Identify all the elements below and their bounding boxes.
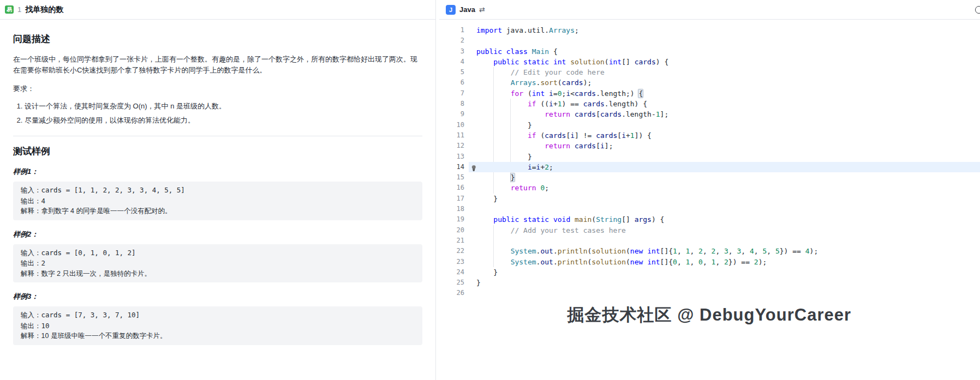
line-number: 24 — [439, 267, 464, 278]
code-line-row[interactable]: 6 Arrays.sort(cards); — [439, 77, 980, 88]
code-text: return 0; — [464, 183, 549, 193]
example-explain: 解释：10 是班级中唯一一个不重复的数字卡片。 — [21, 331, 415, 342]
example-label: 样例2： — [13, 230, 422, 239]
examples-container: 样例1：输入：cards = [1, 1, 2, 2, 3, 3, 4, 5, … — [13, 167, 422, 345]
code-line-row[interactable]: 24 } — [439, 267, 980, 278]
section-divider — [13, 136, 422, 136]
requirements-label: 要求： — [13, 83, 422, 94]
code-line-row[interactable]: 20 // Add your test cases here — [439, 225, 980, 236]
app-window: 易 1 找单独的数 问题描述 在一个班级中，每位同学都拿到了一张卡片，上面有一个… — [0, 0, 980, 380]
line-number: 11 — [439, 130, 464, 141]
line-number: 18 — [439, 204, 464, 214]
code-text: } — [464, 120, 532, 130]
code-text: } — [464, 172, 515, 183]
code-line-row[interactable]: 10 } — [439, 120, 980, 130]
code-line-row[interactable]: 26 — [439, 288, 980, 298]
example-explain: 解释：数字 2 只出现一次，是独特的卡片。 — [21, 269, 415, 280]
line-number: 22 — [439, 246, 464, 256]
problem-panel: 易 1 找单独的数 问题描述 在一个班级中，每位同学都拿到了一张卡片，上面有一个… — [0, 0, 436, 380]
code-text: } — [464, 152, 532, 162]
line-number: 16 — [439, 183, 464, 193]
code-line-row[interactable]: 23 System.out.println(solution(new int[]… — [439, 257, 980, 267]
code-text: i=i+2; — [464, 162, 553, 172]
line-number: 10 — [439, 120, 464, 130]
requirements-list: 设计一个算法，使其时间复杂度为 O(n)，其中 n 是班级的人数。尽量减少额外空… — [13, 101, 422, 126]
code-line-row[interactable]: 5 // Edit your code here — [439, 67, 980, 77]
line-number: 14 — [439, 162, 464, 172]
code-text: if ((i+1) == cards.length) { — [464, 99, 647, 109]
code-line-row[interactable]: 16 return 0; — [439, 183, 980, 193]
code-line-row[interactable]: 17 } — [439, 194, 980, 204]
code-text: public class Main { — [464, 46, 558, 57]
code-line-row[interactable]: 12 return cards[i]; — [439, 141, 980, 151]
example-label: 样例1： — [13, 167, 422, 177]
requirement-item: 设计一个算法，使其时间复杂度为 O(n)，其中 n 是班级的人数。 — [25, 101, 422, 112]
line-number: 25 — [439, 278, 464, 288]
watermark: 掘金技术社区 @ DebugYourCareer — [567, 304, 851, 327]
code-line-row[interactable]: 7 for (int i=0;i<cards.length;) { — [439, 88, 980, 99]
code-text: } — [464, 194, 498, 204]
section-heading-examples: 测试样例 — [13, 145, 422, 158]
example-explain: 解释：拿到数字 4 的同学是唯一一个没有配对的。 — [21, 206, 415, 217]
code-line-row[interactable]: 13 } — [439, 152, 980, 162]
code-text: return cards[i]; — [464, 141, 613, 151]
code-line-row[interactable]: 4 public static int solution(int[] cards… — [439, 57, 980, 67]
code-text: if (cards[i] != cards[i+1]) { — [464, 130, 652, 141]
example-output: 输出：10 — [21, 321, 415, 331]
language-label: Java — [459, 5, 475, 14]
code-line-row[interactable]: 3public class Main { — [439, 46, 980, 57]
line-number: 1 — [439, 25, 464, 35]
problem-header: 易 1 找单独的数 — [0, 0, 435, 20]
code-line-row[interactable]: 11 if (cards[i] != cards[i+1]) { — [439, 130, 980, 141]
code-line-row[interactable]: 25} — [439, 278, 980, 288]
code-text: System.out.println(solution(new int[]{0,… — [464, 257, 767, 267]
line-number: 3 — [439, 46, 464, 57]
code-line-row[interactable]: 1import java.util.Arrays; — [439, 25, 980, 35]
code-line-row[interactable]: 15 } — [439, 172, 980, 183]
code-line-row[interactable]: 18 — [439, 204, 980, 214]
code-lines: 1import java.util.Arrays;23public class … — [439, 25, 980, 299]
example-input: 输入：cards = [0, 1, 0, 1, 2] — [21, 248, 415, 258]
example-output: 输出：2 — [21, 258, 415, 269]
code-text: public static int solution(int[] cards) … — [464, 57, 668, 67]
example-block: 输入：cards = [7, 3, 3, 7, 10]输出：10解释：10 是班… — [13, 306, 422, 345]
line-number: 4 — [439, 57, 464, 67]
switch-language-icon[interactable]: ⇄ — [479, 5, 485, 14]
line-number: 7 — [439, 88, 464, 99]
line-number: 19 — [439, 214, 464, 225]
code-text: } — [464, 267, 498, 278]
code-text — [464, 236, 476, 246]
example-block: 输入：cards = [0, 1, 0, 1, 2]输出：2解释：数字 2 只出… — [13, 244, 422, 283]
language-selector[interactable]: J Java ⇄ — [446, 5, 485, 15]
example-block: 输入：cards = [1, 1, 2, 2, 3, 3, 4, 5, 5]输出… — [13, 182, 422, 220]
requirement-item: 尽量减少额外空间的使用，以体现你的算法优化能力。 — [25, 115, 422, 126]
code-line-row[interactable]: 14 i=i+2;💡 — [439, 162, 980, 172]
code-line-row[interactable]: 8 if ((i+1) == cards.length) { — [439, 99, 980, 109]
section-heading-description: 问题描述 — [13, 33, 422, 45]
problem-number: 1 — [17, 5, 21, 14]
editor-header: J Java ⇄ — [439, 0, 980, 20]
code-text: public static void main(String[] args) { — [464, 214, 664, 225]
line-number: 13 — [439, 152, 464, 162]
problem-description: 在一个班级中，每位同学都拿到了一张卡片，上面有一个整数。有趣的是，除了一个数字之… — [13, 54, 422, 76]
code-text: Arrays.sort(cards); — [464, 77, 591, 88]
code-line-row[interactable]: 22 System.out.println(solution(new int[]… — [439, 246, 980, 256]
line-number: 23 — [439, 257, 464, 267]
code-line-row[interactable]: 9 return cards[cards.length-1]; — [439, 109, 980, 119]
code-text — [464, 35, 476, 46]
code-line-row[interactable]: 2 — [439, 35, 980, 46]
code-text: import java.util.Arrays; — [464, 25, 579, 35]
code-line-row[interactable]: 21 — [439, 236, 980, 246]
example-input: 输入：cards = [1, 1, 2, 2, 3, 3, 4, 5, 5] — [21, 185, 415, 196]
line-number: 2 — [439, 35, 464, 46]
code-text: System.out.println(solution(new int[]{1,… — [464, 246, 818, 256]
code-text: return cards[cards.length-1]; — [464, 109, 668, 119]
problem-title: 找单独的数 — [25, 5, 63, 15]
example-input: 输入：cards = [7, 3, 3, 7, 10] — [21, 310, 415, 321]
line-number: 6 — [439, 77, 464, 88]
example-output: 输出：4 — [21, 196, 415, 207]
code-text: // Add your test cases here — [464, 225, 626, 236]
code-line-row[interactable]: 19 public static void main(String[] args… — [439, 214, 980, 225]
settings-icon[interactable] — [975, 6, 980, 14]
line-number: 26 — [439, 288, 464, 298]
